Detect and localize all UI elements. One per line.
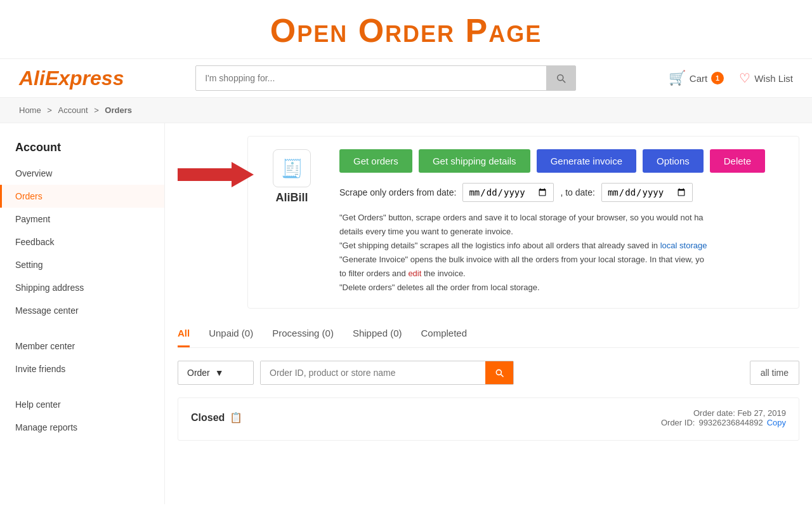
red-arrow-indicator	[178, 136, 254, 190]
clipboard-icon[interactable]: 📋	[230, 411, 242, 424]
sidebar-item-message-center[interactable]: Message center	[0, 299, 164, 322]
options-button[interactable]: Options	[643, 149, 704, 173]
order-id-label: Order ID:	[661, 418, 695, 427]
order-meta: Order date: Feb 27, 2019 Order ID: 99326…	[661, 408, 786, 427]
order-search-field	[260, 361, 514, 385]
from-date-input[interactable]	[462, 183, 554, 202]
order-card: Closed 📋 Order date: Feb 27, 2019 Order …	[178, 398, 799, 441]
search-icon	[555, 72, 566, 84]
sidebar: Account Overview Orders Payment Feedback…	[0, 123, 165, 504]
order-status-label: Closed	[191, 412, 225, 424]
get-shipping-button[interactable]: Get shipping details	[419, 149, 530, 173]
search-button[interactable]	[546, 66, 575, 90]
order-status: Closed 📋	[191, 411, 242, 424]
get-orders-button[interactable]: Get orders	[339, 149, 412, 173]
generate-invoice-button[interactable]: Generate invoice	[537, 149, 636, 173]
order-search-input[interactable]	[261, 361, 485, 384]
cart-button[interactable]: 🛒 Cart 1	[669, 70, 724, 86]
sidebar-item-orders[interactable]: Orders	[0, 185, 164, 208]
search-bar	[195, 65, 576, 91]
breadcrumb-account[interactable]: Account	[58, 105, 88, 115]
sidebar-item-feedback[interactable]: Feedback	[0, 231, 164, 253]
wishlist-label: Wish List	[754, 73, 793, 84]
order-card-header: Closed 📋 Order date: Feb 27, 2019 Order …	[191, 408, 786, 427]
tab-completed[interactable]: Completed	[421, 321, 467, 347]
alibill-buttons: Get orders Get shipping details Generate…	[339, 149, 783, 173]
header-right: 🛒 Cart 1 ♡ Wish List	[669, 70, 793, 86]
sidebar-item-manage-reports[interactable]: Manage reports	[0, 416, 164, 439]
svg-marker-0	[178, 162, 254, 187]
search-input[interactable]	[196, 67, 546, 90]
chevron-down-icon: ▼	[215, 368, 224, 378]
breadcrumb-current: Orders	[105, 105, 132, 115]
to-date-label: , to date:	[560, 187, 594, 197]
tab-processing[interactable]: Processing (0)	[272, 321, 334, 347]
cart-label: Cart	[690, 73, 707, 84]
tab-shipped[interactable]: Shipped (0)	[353, 321, 402, 347]
to-date-input[interactable]	[601, 183, 693, 202]
top-banner: Open Order Page	[0, 0, 812, 58]
order-id-row: Order ID: 99326236844892 Copy	[661, 418, 786, 427]
sidebar-item-payment[interactable]: Payment	[0, 208, 164, 231]
alibill-logo-area: 🧾 AliBill	[263, 149, 320, 204]
alibill-name: AliBill	[275, 191, 308, 204]
main-layout: Account Overview Orders Payment Feedback…	[0, 123, 812, 504]
sidebar-divider-1	[0, 322, 164, 335]
page-banner-title: Open Order Page	[0, 11, 812, 50]
order-search-button[interactable]	[485, 361, 513, 384]
alibill-banner: 🧾 AliBill Get orders Get shipping detail…	[247, 136, 799, 309]
content-area: 🧾 AliBill Get orders Get shipping detail…	[165, 123, 812, 504]
alibill-description: "Get Orders" button, scrape orders and s…	[339, 211, 783, 295]
date-filter-row: Scrape only orders from date: , to date:	[339, 183, 783, 202]
wishlist-button[interactable]: ♡ Wish List	[739, 70, 793, 86]
alibill-icon: 🧾	[273, 149, 311, 187]
order-type-select[interactable]: Order ▼	[178, 361, 254, 385]
cart-icon: 🛒	[669, 70, 686, 86]
sidebar-item-help-center[interactable]: Help center	[0, 393, 164, 416]
order-id-value: 99326236844892	[698, 418, 763, 427]
breadcrumb-home[interactable]: Home	[19, 105, 41, 115]
red-arrow-icon	[178, 159, 254, 190]
order-date-value: Feb 27, 2019	[737, 408, 786, 418]
copy-link[interactable]: Copy	[767, 418, 786, 427]
sidebar-item-setting[interactable]: Setting	[0, 253, 164, 276]
sidebar-item-overview[interactable]: Overview	[0, 162, 164, 185]
order-date-label: Order date:	[693, 408, 735, 418]
sidebar-item-invite-friends[interactable]: Invite friends	[0, 358, 164, 380]
breadcrumb: Home > Account > Orders	[0, 98, 812, 123]
sidebar-section-title: Account	[0, 136, 164, 162]
delete-button[interactable]: Delete	[710, 149, 765, 173]
time-filter[interactable]: all time	[750, 361, 799, 385]
heart-icon: ♡	[739, 70, 750, 86]
cart-count: 1	[711, 72, 724, 84]
alibill-controls: Get orders Get shipping details Generate…	[339, 149, 783, 295]
orders-section: All Unpaid (0) Processing (0) Shipped (0…	[178, 321, 799, 441]
orders-tabs: All Unpaid (0) Processing (0) Shipped (0…	[178, 321, 799, 348]
sidebar-item-member-center[interactable]: Member center	[0, 335, 164, 358]
header: AliExpress 🛒 Cart 1 ♡ Wish List	[0, 58, 812, 98]
sidebar-item-shipping-address[interactable]: Shipping address	[0, 276, 164, 299]
logo[interactable]: AliExpress	[19, 67, 124, 90]
tab-unpaid[interactable]: Unpaid (0)	[209, 321, 253, 347]
order-date-row: Order date: Feb 27, 2019	[661, 408, 786, 418]
order-type-label: Order	[187, 368, 210, 378]
order-search-icon	[494, 368, 504, 378]
sidebar-divider-2	[0, 380, 164, 393]
filter-row: Order ▼ all time	[178, 361, 799, 385]
from-date-label: Scrape only orders from date:	[339, 187, 456, 197]
tab-all[interactable]: All	[178, 321, 190, 347]
